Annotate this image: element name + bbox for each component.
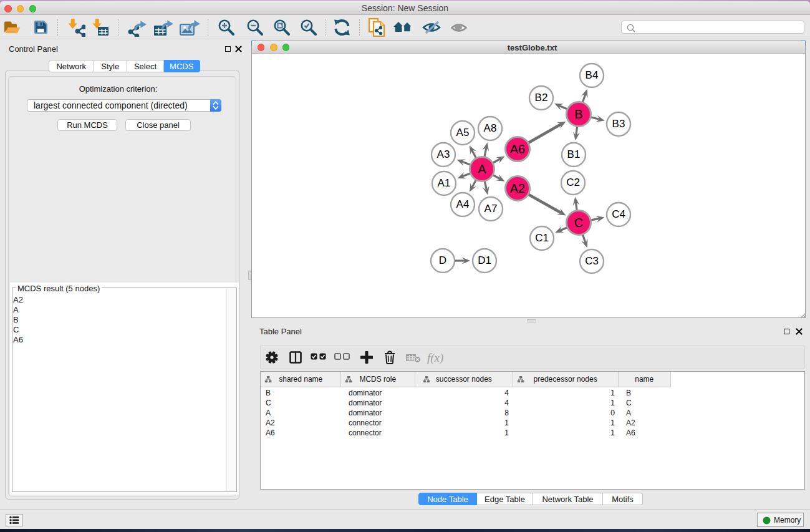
svg-text:C1: C1: [535, 232, 549, 244]
svg-text:C3: C3: [585, 255, 599, 267]
svg-text:D: D: [439, 254, 446, 266]
svg-text:A8: A8: [484, 122, 497, 134]
svg-text:B: B: [574, 107, 582, 121]
svg-text:A1: A1: [438, 177, 451, 189]
svg-text:B1: B1: [567, 148, 581, 160]
svg-text:C2: C2: [566, 177, 580, 188]
svg-text:A6: A6: [510, 142, 525, 156]
svg-text:B2: B2: [535, 92, 548, 104]
svg-text:D1: D1: [478, 254, 491, 266]
svg-text:A4: A4: [456, 198, 470, 210]
svg-text:C4: C4: [612, 208, 625, 220]
svg-text:A7: A7: [485, 203, 498, 215]
svg-text:A5: A5: [456, 127, 470, 138]
svg-text:B3: B3: [612, 118, 625, 130]
svg-text:A: A: [478, 162, 486, 176]
svg-text:A2: A2: [510, 181, 525, 195]
svg-text:A3: A3: [437, 148, 450, 160]
svg-text:C: C: [574, 216, 583, 230]
svg-text:B4: B4: [586, 69, 599, 81]
